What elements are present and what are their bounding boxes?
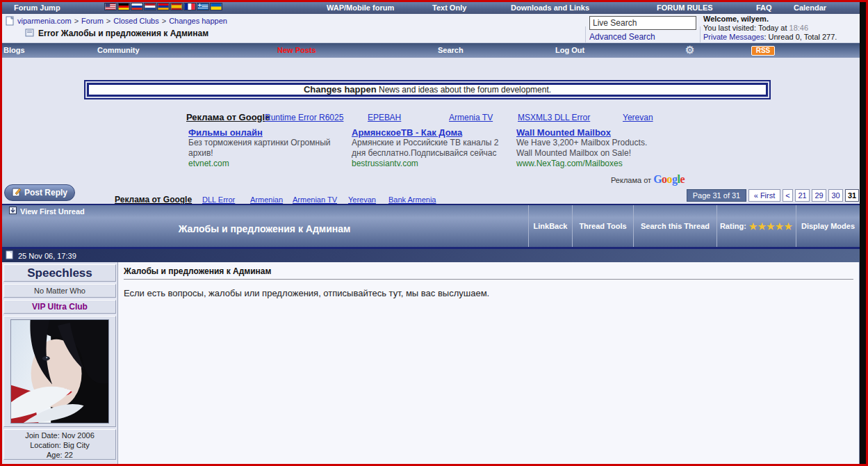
- search-this-thread-menu[interactable]: Search this Thread: [633, 205, 716, 247]
- ad-url[interactable]: bestrussiantv.com: [352, 159, 517, 169]
- flag-usa-icon[interactable]: [104, 3, 117, 10]
- thread-title: Жалобы и предложения к Админам: [2, 223, 527, 234]
- post-username-link[interactable]: Speechless: [3, 264, 116, 282]
- ad-column: Фильмы онлайн Без торможения картинки Ог…: [188, 127, 354, 169]
- nav-search[interactable]: Search: [438, 46, 464, 54]
- flag-spain-icon[interactable]: [170, 3, 183, 10]
- post-body-text: Если есть вопросы, жалобы или предложени…: [124, 288, 853, 298]
- nav-community[interactable]: Community: [97, 46, 140, 54]
- post-user-title: No Matter Who: [3, 284, 116, 298]
- thread-toolbar: LinkBack Thread Tools Search this Thread…: [528, 205, 860, 247]
- ad-url[interactable]: etvnet.com: [188, 159, 354, 169]
- nav-blogs[interactable]: Blogs: [3, 46, 25, 54]
- thread-header: View First Unread Жалобы и предложения к…: [2, 204, 860, 249]
- display-modes-menu[interactable]: Display Modes: [796, 205, 860, 247]
- flag-germany-icon[interactable]: [117, 3, 130, 10]
- ad-title-link[interactable]: Wall Mounted Mailbox: [516, 127, 682, 138]
- breadcrumb: viparmenia.com>Forum>Closed Clubs>Change…: [17, 17, 227, 25]
- view-first-unread-link[interactable]: View First Unread: [9, 207, 85, 216]
- flag-russia-icon[interactable]: [131, 3, 143, 10]
- ad-row2-link[interactable]: DLL Error: [202, 195, 235, 204]
- post-user-column: Speechless No Matter Who VIP Ultra Club: [2, 262, 118, 464]
- ad-column: АрмянскоеТВ - Как Дома Армянские и Росси…: [352, 127, 517, 169]
- text-only-link[interactable]: Text Only: [432, 3, 466, 12]
- ad-row2-link[interactable]: Bank Armenia: [388, 195, 436, 204]
- ad-top-link[interactable]: Yerevan: [623, 113, 653, 122]
- post-reply-icon: [12, 187, 22, 199]
- post-reply-button[interactable]: Post Reply: [4, 184, 75, 201]
- forum-jump-link[interactable]: Forum Jump: [14, 3, 60, 12]
- ad-column: Wall Mounted Mailbox We Have 3,200+ Mail…: [516, 127, 682, 169]
- ad-top-link[interactable]: Armenia TV: [449, 113, 493, 122]
- ads-attribution[interactable]: Реклама от Google: [611, 173, 685, 186]
- private-messages-line: Private Messages: Unread 0, Total 277.: [703, 33, 837, 42]
- forum-page: Forum Jump WAP/Mobile forum Text Only Do…: [2, 2, 860, 464]
- flag-france-icon[interactable]: [183, 3, 196, 10]
- pagination-page-30[interactable]: 30: [828, 189, 843, 202]
- downloads-links-link[interactable]: Downloads and Links: [511, 3, 589, 12]
- breadcrumb-forum[interactable]: Forum: [81, 17, 104, 25]
- pagination-page-21[interactable]: 21: [795, 189, 810, 202]
- ad-url[interactable]: www.NexTag.com/Mailboxes: [516, 159, 682, 169]
- ad-text: дня бесплатно.Подписывайся сейчас: [352, 148, 517, 159]
- flag-ukraine-icon[interactable]: [210, 3, 222, 10]
- ad-row2-link[interactable]: Armenian TV: [293, 195, 337, 204]
- breadcrumb-home[interactable]: viparmenia.com: [17, 17, 72, 25]
- user-join-date: Join Date: Nov 2006: [4, 431, 115, 440]
- language-flags: [104, 3, 222, 10]
- divider: [124, 279, 853, 280]
- pagination-first[interactable]: « First: [748, 189, 780, 202]
- linkback-menu[interactable]: LinkBack: [528, 205, 572, 247]
- flag-greece-icon[interactable]: [197, 3, 209, 10]
- private-messages-link[interactable]: Private Messages: [703, 33, 764, 41]
- top-link-bar: Forum Jump WAP/Mobile forum Text Only Do…: [2, 2, 860, 14]
- google-logo: Google: [653, 173, 685, 185]
- pagination-current-page: 31: [845, 189, 859, 202]
- breadcrumb-separator: >: [104, 17, 113, 25]
- thread-status-icon: [25, 28, 35, 40]
- advanced-search-link[interactable]: Advanced Search: [589, 32, 655, 42]
- pagination-prev[interactable]: <: [783, 189, 793, 202]
- post-avatar[interactable]: [3, 316, 116, 427]
- ad-text: We Have 3,200+ Mailbox Products.: [516, 138, 682, 148]
- user-location: Location: Big City: [4, 440, 115, 450]
- wap-mobile-link[interactable]: WAP/Mobile forum: [327, 3, 394, 12]
- forum-banner-title[interactable]: Changes happen: [304, 84, 377, 95]
- post-user-group: VIP Ultra Club: [3, 300, 116, 314]
- flag-netherlands-icon[interactable]: [144, 3, 156, 10]
- pagination-page-29[interactable]: 29: [812, 189, 826, 202]
- gear-icon[interactable]: ⚙: [685, 44, 694, 56]
- pm-counts: : Unread 0, Total 277.: [764, 33, 837, 41]
- rss-button[interactable]: RSS: [751, 46, 775, 56]
- ad-top-link[interactable]: MSXML3 DLL Error: [518, 113, 590, 122]
- ad-row2-link[interactable]: Armenian: [250, 195, 283, 204]
- thread-tools-menu[interactable]: Thread Tools: [572, 205, 633, 247]
- forum-rules-link[interactable]: FORUM RULES: [657, 3, 713, 12]
- post-date: 25 Nov 06, 17:39: [18, 252, 76, 260]
- avatar-image: [10, 319, 109, 424]
- nav-logout[interactable]: Log Out: [555, 46, 584, 54]
- flag-armenia-icon[interactable]: [157, 3, 170, 10]
- nav-new-posts[interactable]: New Posts: [277, 46, 316, 54]
- ad-top-link[interactable]: ЕРЕВАН: [368, 113, 401, 122]
- ad-text: архив!: [188, 148, 354, 159]
- ad-row2-link[interactable]: Yerevan: [348, 195, 376, 204]
- live-search-input[interactable]: [589, 16, 696, 30]
- ad-top-link[interactable]: Runtime Error R6025: [265, 113, 343, 122]
- post-content: Жалобы и предложения к Админам Если есть…: [118, 262, 860, 464]
- last-visited-text: You last visited: Today at 18:46: [703, 24, 837, 33]
- ad-title-link[interactable]: Фильмы онлайн: [188, 127, 354, 138]
- welcome-block: Welcome, wilyem. You last visited: Today…: [703, 15, 837, 42]
- forum-banner-subtitle: News and ideas about the forum developme…: [379, 85, 551, 95]
- page-note-icon: [6, 16, 15, 29]
- faq-link[interactable]: FAQ: [756, 3, 772, 12]
- rating-menu[interactable]: Rating: ★★★★★: [716, 205, 796, 247]
- welcome-text: Welcome, wilyem.: [703, 15, 837, 24]
- rating-stars-icon: ★★★★★: [749, 221, 793, 232]
- calendar-link[interactable]: Calendar: [794, 3, 826, 12]
- ad-title-link[interactable]: АрмянскоеТВ - Как Дома: [352, 127, 517, 138]
- breadcrumb-changes-happen[interactable]: Changes happen: [169, 17, 227, 25]
- breadcrumb-closed-clubs[interactable]: Closed Clubs: [113, 17, 158, 25]
- breadcrumb-separator: >: [159, 17, 169, 25]
- forum-banner-inner: Changes happen News and ideas about the …: [87, 83, 768, 97]
